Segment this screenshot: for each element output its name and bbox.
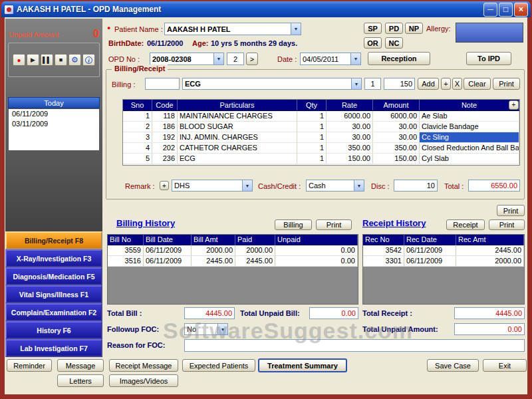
save-case-button[interactable]: Save Case — [427, 359, 479, 372]
pause-icon: ▌▌ — [43, 57, 51, 63]
total-bill-label: Total Bill : — [107, 309, 142, 317]
print-bottom-button[interactable]: Print — [497, 205, 525, 216]
selected-note-cell: Cc Sling — [420, 132, 519, 142]
close-button[interactable]: × — [514, 3, 528, 17]
add-button[interactable]: Add — [418, 78, 439, 90]
billing-grid-header: Sno Code Particulars Qty Rate Amount Not… — [123, 100, 519, 111]
main-panel: ● Patient Name : AAKASH H PATEL ▼ SP PD … — [103, 19, 527, 354]
table-row[interactable]: 5 236 ECG 1 150.00 150.00 Cyl Slab — [123, 154, 519, 164]
chevron-down-icon[interactable]: ▼ — [242, 180, 252, 191]
receipt-history-title: Receipt History — [362, 218, 426, 228]
allergy-listbox[interactable] — [456, 23, 523, 43]
billing-history-grid: Bill No Bill Date Bill Amt Paid Unpaid 3… — [107, 234, 358, 305]
chevron-down-icon[interactable]: ▼ — [354, 180, 364, 191]
receipt-history-print-button[interactable]: Print — [489, 219, 525, 230]
sidebar-item-complain-examination[interactable]: Complain/Examination F2 — [5, 303, 102, 321]
billing-item-combo[interactable]: ECG ▼ — [182, 78, 362, 90]
chevron-down-icon[interactable]: ▼ — [217, 324, 227, 334]
next-button[interactable]: > — [246, 53, 258, 65]
reason-foc-label: Reason for FOC: — [107, 341, 165, 349]
to-ipd-button[interactable]: To IPD — [466, 52, 511, 65]
total-label: Total : — [444, 182, 464, 190]
add-row-button[interactable]: + — [441, 78, 451, 90]
total-receipt-value: 4445.00 — [454, 307, 525, 319]
nc-button[interactable]: NC — [385, 37, 403, 49]
table-row[interactable]: 4 202 CATHETOR CHARGES 1 350.00 350.00 C… — [123, 143, 519, 154]
patient-name-combo[interactable]: AAKASH H PATEL ▼ — [164, 23, 301, 35]
table-row[interactable]: 3559 06/11/2009 2000.00 2000.00 0.00 — [108, 245, 358, 256]
reminder-button[interactable]: Reminder — [7, 359, 52, 372]
sidebar-item-vital-signs[interactable]: Vital Signs/Illness F1 — [5, 285, 102, 303]
billing-history-print-button[interactable]: Print — [316, 219, 352, 230]
sidebar-item-xray-investigation[interactable]: X-Ray/Investigation F3 — [5, 249, 102, 267]
clear-button[interactable]: Clear — [464, 78, 491, 90]
images-videos-button[interactable]: Images/Videos — [109, 374, 178, 387]
cash-credit-combo[interactable]: Cash ▼ — [306, 180, 364, 192]
followup-foc-combo[interactable]: No ▼ — [184, 323, 228, 335]
receipt-message-button[interactable]: Receipt Message — [109, 359, 178, 372]
record-button[interactable]: ● — [13, 54, 25, 66]
exit-button[interactable]: Exit — [483, 359, 527, 372]
table-row[interactable]: 3542 06/11/2009 2445.00 — [363, 245, 524, 256]
birthdate-value: 06/11/2000 — [147, 39, 183, 47]
message-button[interactable]: Message — [57, 359, 104, 372]
reception-button[interactable]: Reception — [368, 52, 430, 65]
billing-history-billing-button[interactable]: Billing — [275, 219, 312, 230]
visit-date-item[interactable]: 03/11/2009 — [9, 119, 99, 129]
followup-foc-label: Followup FOC: — [107, 325, 159, 333]
date-combo[interactable]: 04/05/2011 ▼ — [300, 53, 361, 65]
opd-no-combo[interactable]: 2008-02308 ▼ — [150, 53, 224, 65]
opd-seq-field[interactable] — [227, 53, 244, 65]
table-row[interactable]: 2 186 BLOOD SUGAR 1 30.00 30.00 Clavicle… — [123, 122, 519, 132]
maximize-button[interactable]: □ — [499, 3, 513, 17]
pause-button[interactable]: ▌▌ — [41, 54, 53, 66]
pd-button[interactable]: PD — [385, 23, 403, 34]
np-button[interactable]: NP — [405, 23, 423, 34]
table-row[interactable]: 3 192 INJ. ADMIN. CHARGES 1 30.00 30.00 … — [123, 132, 519, 143]
table-row[interactable]: 3301 06/11/2009 2000.00 — [363, 256, 524, 267]
qty-input[interactable] — [364, 78, 381, 90]
sp-button[interactable]: SP — [364, 23, 382, 34]
minimize-button[interactable]: ─ — [483, 3, 497, 17]
remark-add-button[interactable]: + — [160, 181, 169, 190]
today-header: Today — [8, 97, 100, 108]
disc-input[interactable] — [394, 180, 438, 192]
remark-combo[interactable]: DHS ▼ — [172, 180, 253, 192]
billing-label: Billing : — [112, 80, 135, 88]
chevron-down-icon[interactable]: ▼ — [351, 78, 361, 89]
print-button[interactable]: Print — [493, 78, 520, 90]
play-button[interactable]: ▶ — [27, 54, 39, 66]
patient-bullet-icon: ● — [107, 25, 110, 31]
sidebar-item-history[interactable]: History F6 — [5, 321, 102, 339]
letters-button[interactable]: Letters — [57, 374, 104, 387]
grid-add-button[interactable]: + — [509, 100, 519, 110]
reason-foc-input[interactable] — [184, 339, 525, 352]
chevron-down-icon[interactable]: ▼ — [291, 23, 301, 35]
or-button[interactable]: OR — [364, 37, 382, 49]
visit-date-item[interactable]: 06/11/2009 — [9, 109, 99, 119]
remove-button[interactable]: X — [452, 78, 462, 90]
remark-label: Remark : — [125, 182, 155, 190]
table-row[interactable]: 1 118 MAINTAINANCE CHARGES 1 6000.00 600… — [123, 111, 519, 122]
expected-patients-button[interactable]: Expected Patients — [182, 359, 255, 372]
table-row[interactable]: 3516 06/11/2009 2445.00 2445.00 0.00 — [108, 256, 358, 267]
stop-button[interactable]: ■ — [55, 54, 67, 66]
billing-total-value: 6550.00 — [468, 180, 520, 192]
sidebar-item-diagnosis-medication[interactable]: Diagnosis/Medication F5 — [5, 267, 102, 285]
allergy-label: Allergy: — [426, 25, 451, 33]
opd-no-label: OPD No : — [108, 55, 140, 63]
chevron-down-icon[interactable]: ▼ — [213, 53, 223, 65]
treatment-summary-button[interactable]: Treatment Summary — [258, 358, 347, 372]
rate-input[interactable] — [384, 78, 415, 90]
gear-icon: ⚙ — [71, 55, 78, 65]
receipt-history-receipt-button[interactable]: Receipt — [446, 219, 485, 230]
billing-items-grid: Sno Code Particulars Qty Rate Amount Not… — [122, 99, 520, 166]
chevron-down-icon[interactable]: ▼ — [350, 53, 360, 65]
player-controls: ● ▶ ▌▌ ■ ⚙ i — [8, 43, 100, 77]
info-button[interactable]: i — [82, 54, 95, 66]
record-icon: ● — [17, 57, 21, 64]
sidebar-item-lab-investigation[interactable]: Lab Investigation F7 — [5, 339, 102, 357]
settings-button[interactable]: ⚙ — [68, 54, 81, 66]
sidebar-item-billing-receipt[interactable]: Billing/Receipt F8 — [5, 231, 102, 249]
billing-code-input[interactable] — [145, 78, 180, 90]
